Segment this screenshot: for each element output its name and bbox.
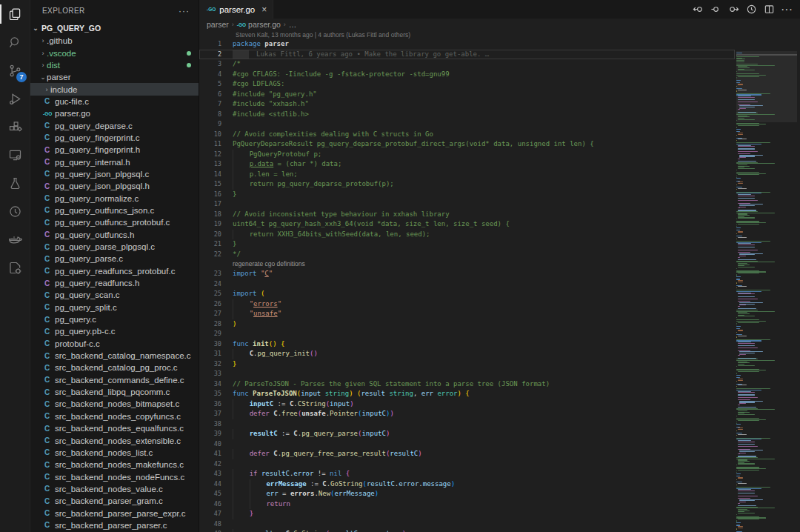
source-control-icon[interactable]: 7 bbox=[0, 56, 30, 84]
breadcrumb-file[interactable]: -GOparser.go bbox=[237, 20, 281, 29]
code-line-1[interactable]: 1package parser bbox=[199, 39, 735, 50]
code-line-8[interactable]: 8#include <stdlib.h> bbox=[199, 110, 735, 120]
tree-file-pg-query-fingerprint-c[interactable]: Cpg_query_fingerprint.c bbox=[30, 132, 199, 144]
code-line-17[interactable]: 17 bbox=[199, 199, 735, 210]
code-line-18[interactable]: 18// Avoid inconsistent type behaviour i… bbox=[199, 210, 735, 220]
code-line-12[interactable]: 12PgQueryProtobuf p; bbox=[199, 150, 735, 160]
extensions-icon[interactable] bbox=[0, 113, 30, 141]
gitlens-compare-icon[interactable] bbox=[708, 2, 723, 17]
code-line-45[interactable]: 45err = errors.New(errMessage) bbox=[199, 489, 735, 499]
code-line-5[interactable]: 5#cgo LDFLAGS: bbox=[199, 79, 735, 90]
code-line-44[interactable]: 44errMessage := C.GoString(resultC.error… bbox=[199, 479, 735, 490]
code-line-3[interactable]: 3/* bbox=[199, 59, 735, 70]
tree-file-pg-query-json-plpgsql-h[interactable]: Cpg_query_json_plpgsql.h bbox=[30, 180, 199, 192]
tree-file-pg-query-internal-h[interactable]: Cpg_query_internal.h bbox=[30, 156, 199, 167]
tree-folder-include[interactable]: ›include bbox=[30, 83, 199, 95]
gitlens-icon[interactable] bbox=[0, 197, 30, 225]
tree-file-src-backend-parser-parse-expr-c[interactable]: Csrc_backend_parser_parse_expr.c bbox=[30, 507, 199, 519]
tree-file-src-backend-nodes-bitmapset-c[interactable]: Csrc_backend_nodes_bitmapset.c bbox=[30, 398, 199, 410]
tree-file-protobuf-c-c[interactable]: Cprotobuf-c.c bbox=[30, 338, 199, 350]
tree-file-src-backend-parser-gram-c[interactable]: Csrc_backend_parser_gram.c bbox=[30, 495, 199, 507]
tree-file-pg-query-scan-c[interactable]: Cpg_query_scan.c bbox=[30, 289, 199, 301]
tree-file-pg-query-outfuncs-protobuf-c[interactable]: Cpg_query_outfuncs_protobuf.c bbox=[30, 216, 199, 228]
tab-parser-go[interactable]: -GO parser.go × bbox=[199, 0, 273, 19]
code-line-39[interactable]: 39resultC := C.pg_query_parse(inputC) bbox=[199, 429, 735, 439]
tree-file-src-backend-catalog-pg-proc-c[interactable]: Csrc_backend_catalog_pg_proc.c bbox=[30, 362, 199, 373]
tree-folder-parser[interactable]: ⌄parser bbox=[30, 71, 199, 83]
breadcrumb-folder[interactable]: parser bbox=[207, 20, 229, 29]
code-line-22[interactable]: 22*/ bbox=[199, 250, 735, 260]
tree-file-guc-file-c[interactable]: Cguc-file.c bbox=[30, 96, 199, 107]
code-line-23[interactable]: 23import "C" bbox=[199, 269, 735, 279]
search-icon[interactable] bbox=[0, 28, 30, 56]
code-line-47[interactable]: 47} bbox=[199, 509, 735, 519]
minimap[interactable] bbox=[736, 51, 797, 532]
tree-file-src-backend-parser-parser-c[interactable]: Csrc_backend_parser_parser.c bbox=[30, 519, 199, 531]
testing-icon[interactable] bbox=[0, 169, 30, 197]
explorer-icon[interactable] bbox=[0, 0, 30, 28]
tree-folder-dist[interactable]: ›dist bbox=[30, 59, 199, 71]
code-line-6[interactable]: 6#include "pg_query.h" bbox=[199, 90, 735, 100]
tree-file-src-backend-nodes-copyfuncs-c[interactable]: Csrc_backend_nodes_copyfuncs.c bbox=[30, 410, 199, 422]
code-line-30[interactable]: 30func init() { bbox=[199, 339, 735, 350]
codelens-regenerate-cgo[interactable]: regenerate cgo definitions bbox=[221, 259, 305, 269]
code-line-41[interactable]: 41defer C.pg_query_free_parse_result(res… bbox=[199, 449, 735, 459]
tree-file-pg-query-readfuncs-h[interactable]: Cpg_query_readfuncs.h bbox=[30, 277, 199, 289]
tree-file-src-backend-nodes-list-c[interactable]: Csrc_backend_nodes_list.c bbox=[30, 447, 199, 459]
tree-file-pg-query-normalize-c[interactable]: Cpg_query_normalize.c bbox=[30, 192, 199, 204]
tree-file-pg-query-outfuncs-json-c[interactable]: Cpg_query_outfuncs_json.c bbox=[30, 205, 199, 216]
code-line-46[interactable]: 46return bbox=[199, 499, 735, 510]
tree-file-pg-query-parse-c[interactable]: Cpg_query_parse.c bbox=[30, 253, 199, 265]
code-line-42[interactable]: 42 bbox=[199, 459, 735, 470]
tree-file-pg-query-json-plpgsql-c[interactable]: Cpg_query_json_plpgsql.c bbox=[30, 168, 199, 180]
code-line-43[interactable]: 43if resultC.error != nil { bbox=[199, 469, 735, 479]
code-line-37[interactable]: 37defer C.free(unsafe.Pointer(inputC)) bbox=[199, 409, 735, 419]
code-line-19[interactable]: 19uint64_t pg_query_hash_xxh3_64(void *d… bbox=[199, 219, 735, 230]
code-line-20[interactable]: 20return XXH3_64bits_withSeed(data, len,… bbox=[199, 230, 735, 240]
tree-file-src-backend-nodes-value-c[interactable]: Csrc_backend_nodes_value.c bbox=[30, 483, 199, 495]
remote-explorer-icon[interactable] bbox=[0, 141, 30, 169]
code-line-40[interactable]: 40 bbox=[199, 439, 735, 450]
workspace-root-folder[interactable]: ⌄ PG_QUERY_GO bbox=[30, 21, 199, 35]
code-editor[interactable]: Steven Kalt, 13 months ago | 4 authors (… bbox=[199, 30, 800, 532]
code-line-34[interactable]: 34// ParseToJSON - Parses the given SQL … bbox=[199, 379, 735, 390]
code-line-4[interactable]: 4#cgo CFLAGS: -Iinclude -g -fstack-prote… bbox=[199, 70, 735, 80]
tree-file-src-backend-nodes-nodefuncs-c[interactable]: Csrc_backend_nodes_nodeFuncs.c bbox=[30, 471, 199, 482]
tree-file-pg-query-parse-plpgsql-c[interactable]: Cpg_query_parse_plpgsql.c bbox=[30, 241, 199, 253]
code-line-49[interactable]: 49result = C.GoString(resultC.parse_tree… bbox=[199, 529, 735, 532]
code-line-26[interactable]: 26"errors" bbox=[199, 299, 735, 310]
code-line-29[interactable]: 29 bbox=[199, 329, 735, 339]
tree-file-src-backend-nodes-extensible-c[interactable]: Csrc_backend_nodes_extensible.c bbox=[30, 434, 199, 446]
tree-file-src-backend-nodes-equalfuncs-c[interactable]: Csrc_backend_nodes_equalfuncs.c bbox=[30, 422, 199, 434]
gitlens-open-changes-icon[interactable] bbox=[690, 2, 705, 17]
code-line-36[interactable]: 36inputC := C.CString(input) bbox=[199, 399, 735, 410]
run-debug-icon[interactable] bbox=[0, 84, 30, 113]
code-line-7[interactable]: 7#include "xxhash.h" bbox=[199, 99, 735, 110]
tree-file-src-backend-catalog-namespace-c[interactable]: Csrc_backend_catalog_namespace.c bbox=[30, 350, 199, 362]
code-line-2[interactable]: 2Lukas Fittl, 6 years ago • Make the lib… bbox=[199, 50, 735, 60]
code-line-21[interactable]: 21} bbox=[199, 239, 735, 250]
tree-file-pg-query-pb-c-c[interactable]: Cpg_query.pb-c.c bbox=[30, 325, 199, 337]
file-history-icon[interactable] bbox=[744, 2, 759, 17]
code-line-31[interactable]: 31C.pg_query_init() bbox=[199, 349, 735, 359]
tree-file-src-backend-commands-define-c[interactable]: Csrc_backend_commands_define.c bbox=[30, 374, 199, 386]
tree-file-pg-query-deparse-c[interactable]: Cpg_query_deparse.c bbox=[30, 119, 199, 131]
code-line-16[interactable]: 16} bbox=[199, 190, 735, 200]
code-line-27[interactable]: 27"unsafe" bbox=[199, 309, 735, 319]
explorer-more-actions-icon[interactable]: ··· bbox=[179, 6, 190, 16]
code-line-24[interactable]: 24 bbox=[199, 279, 735, 290]
tree-folder--vscode[interactable]: ›.vscode bbox=[30, 47, 199, 59]
tree-file-src-backend-libpq-pqcomm-c[interactable]: Csrc_backend_libpq_pqcomm.c bbox=[30, 386, 199, 398]
code-line-10[interactable]: 10// Avoid complexities dealing with C s… bbox=[199, 130, 735, 140]
code-line-25[interactable]: 25import ( bbox=[199, 289, 735, 299]
code-line-33[interactable]: 33 bbox=[199, 369, 735, 379]
tree-file-pg-query-c[interactable]: Cpg_query.c bbox=[30, 313, 199, 325]
split-editor-icon[interactable] bbox=[761, 2, 776, 17]
code-line-13[interactable]: 13p.data = (char *) data; bbox=[199, 159, 735, 170]
code-line-35[interactable]: 35func ParseToJSON(input string) (result… bbox=[199, 389, 735, 399]
tree-file-pg-query-readfuncs-protobuf-c[interactable]: Cpg_query_readfuncs_protobuf.c bbox=[30, 265, 199, 277]
tree-folder--github[interactable]: ›.github bbox=[30, 35, 199, 47]
code-line-11[interactable]: 11PgQueryDeparseResult pg_query_deparse_… bbox=[199, 139, 735, 150]
tree-file-pg-query-split-c[interactable]: Cpg_query_split.c bbox=[30, 302, 199, 313]
code-line-15[interactable]: 15return pg_query_deparse_protobuf(p); bbox=[199, 179, 735, 190]
